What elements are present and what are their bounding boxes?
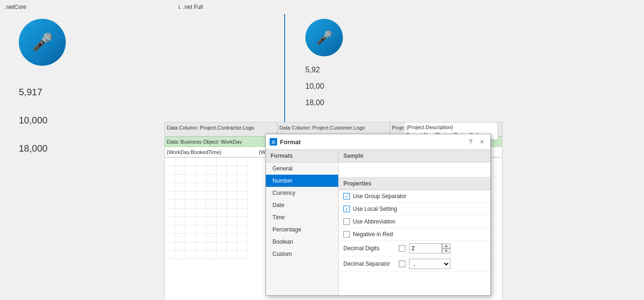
grid-cell [217,175,227,183]
decimal-digits-up-button[interactable]: ▲ [442,243,450,248]
tab-label: i. .net Full [178,4,203,10]
grid-cell [165,217,175,225]
grid-cell [217,200,227,208]
grid-cell [175,234,186,242]
cb-negative-red: Negative in Red [343,231,393,238]
property-row-decimal-digits: Decimal Digits ▲ ▼ [339,241,490,256]
grid-cell [206,183,217,192]
dialog-titlebar: ⊞ Format ? × [266,134,490,150]
grid-cell [237,234,248,242]
cb-group-separator: Use Group Separator [343,193,406,200]
grid-cell [196,158,206,166]
grid-cell [165,225,175,234]
grid-cell [227,158,237,166]
format-item-general[interactable]: General [266,162,338,175]
checkbox-negative-red[interactable] [343,231,350,238]
decimal-separator-select[interactable]: , . [409,259,450,269]
property-row-group-separator: Use Group Separator [339,190,490,203]
decimal-digits-input[interactable] [409,243,442,254]
grid-cell [217,234,227,242]
grid-cell [186,208,196,217]
grid-cell [206,217,217,225]
checkbox-local-setting[interactable] [343,206,350,212]
label-local-setting[interactable]: Use Local Setting [353,206,397,212]
label-negative-red[interactable]: Negative in Red [353,231,393,238]
grid-cell [165,158,175,166]
checkbox-abbreviation[interactable] [343,218,350,225]
right-panel-line1: {Project.Description} [406,124,496,130]
grid-cell [196,242,206,251]
label-abbreviation[interactable]: Use Abbreviation [353,218,396,225]
properties-section-header: Properties [339,177,490,190]
cb-local-setting: Use Local Setting [343,206,397,212]
grid-cell [227,166,237,175]
grid-cell [165,242,175,251]
grid-cell [165,166,175,175]
grid-cell [196,217,206,225]
format-item-boolean[interactable]: Boolean [266,236,338,248]
format-item-number[interactable]: Number [266,175,338,187]
grid-cell [227,200,237,208]
grid-cell [175,208,186,217]
vertical-divider [284,14,285,127]
label-group-separator[interactable]: Use Group Separator [353,193,406,200]
grid-cell [186,234,196,242]
format-item-currency[interactable]: Currency [266,187,338,199]
grid-cell [227,242,237,251]
checkbox-decimal-separator-override[interactable] [399,261,405,267]
grid-cell [206,251,217,259]
grid-cell [227,192,237,200]
grid-cell [217,166,227,175]
formats-panel: Formats General Number Currency Date Tim… [266,150,339,295]
checkbox-group-separator[interactable] [343,193,350,200]
format-item-date[interactable]: Date [266,199,338,211]
grid-cell [206,225,217,234]
grid-cell [227,251,237,259]
grid-cell [186,217,196,225]
grid-cell [217,158,227,166]
decimal-digits-spinner-buttons: ▲ ▼ [442,243,450,254]
grid-cell [217,208,227,217]
grid-cell [196,208,206,217]
property-row-local-setting: Use Local Setting [339,203,490,215]
grid-cell [186,175,196,183]
grid-cell [186,225,196,234]
value-left-3: 18,000 [19,143,47,154]
grid-cell [206,200,217,208]
grid-cell [186,158,196,166]
dialog-close-button[interactable]: × [477,137,487,146]
dialog-help-button[interactable]: ? [466,137,475,146]
grid-cell [237,183,248,192]
grid-cell [196,234,206,242]
grid-cell [196,192,206,200]
label-decimal-digits: Decimal Digits [343,245,395,252]
grid-header-col1: Data Column: Project.Contractor.Logo [165,123,278,136]
grid-cell [196,183,206,192]
format-item-custom[interactable]: Custom [266,248,338,260]
grid-cell [165,208,175,217]
grid-cell [175,166,186,175]
grid-cell [196,166,206,175]
grid-cell [237,175,248,183]
grid-cell [196,175,206,183]
grid-cell [196,225,206,234]
grid-cell [175,251,186,259]
grid-cell [196,200,206,208]
mic-button-left[interactable]: 🎤 [19,19,66,66]
format-item-time[interactable]: Time [266,211,338,223]
grid-cell [165,192,175,200]
grid-cell [186,192,196,200]
properties-panel: Sample Properties Use Group Separator Us… [339,150,490,295]
mic-button-right[interactable]: 🎤 [305,19,343,56]
grid-cell [237,158,248,166]
grid-cell [175,158,186,166]
grid-cell [206,158,217,166]
decimal-digits-down-button[interactable]: ▼ [442,248,450,254]
grid-cell [165,200,175,208]
grid-cell [237,208,248,217]
grid-cell [186,251,196,259]
format-dialog: ⊞ Format ? × Formats General Number Curr… [265,134,491,296]
format-item-percentage[interactable]: Percentage [266,223,338,236]
checkbox-decimal-digits-override[interactable] [399,245,405,252]
dialog-title-left: ⊞ Format [270,138,301,146]
